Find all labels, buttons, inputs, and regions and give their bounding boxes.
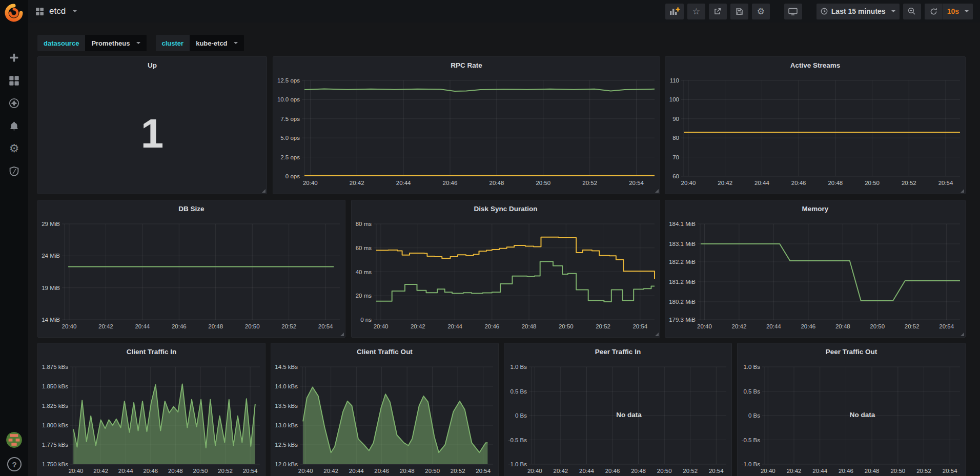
create-icon[interactable] [0, 47, 28, 68]
dashboard-settings-button[interactable]: ⚙ [752, 4, 770, 19]
svg-text:20:46: 20:46 [374, 468, 389, 474]
time-range-picker[interactable]: Last 15 minutes [816, 4, 900, 19]
graph-rpc-rate[interactable]: 0 ops2.5 ops5.0 ops7.5 ops10.0 ops12.5 o… [273, 57, 661, 195]
panel-title[interactable]: Disk Sync Duration [352, 200, 660, 217]
add-panel-button[interactable] [665, 4, 684, 19]
svg-text:20:48: 20:48 [400, 468, 415, 474]
panel-active-streams: Active Streams6070809010011020:4020:4220… [665, 56, 966, 194]
svg-text:20:54: 20:54 [632, 323, 647, 329]
svg-text:60 ms: 60 ms [356, 245, 372, 251]
panel-memory: Memory179.3 MiB180.2 MiB181.2 MiB182.2 M… [665, 200, 966, 338]
variable-value: Prometheus [91, 39, 130, 47]
graph-peer-traffic-out[interactable]: -1.0 Bs-0.5 Bs0 Bs0.5 Bs1.0 Bs20:4020:42… [738, 343, 966, 476]
svg-text:0.5 Bs: 0.5 Bs [510, 388, 527, 395]
refresh-button[interactable] [925, 4, 943, 19]
panel-db-size: DB Size14 MiB19 MiB24 MiB29 MiB20:4020:4… [37, 200, 345, 338]
user-avatar[interactable] [6, 432, 22, 448]
graph-disk-sync-duration[interactable]: 0 ns20 ms40 ms60 ms80 ms20:4020:4220:442… [352, 200, 661, 338]
svg-text:0 Bs: 0 Bs [748, 412, 760, 419]
svg-text:19 MiB: 19 MiB [42, 285, 60, 291]
svg-text:-0.5 Bs: -0.5 Bs [742, 437, 761, 443]
panel-title[interactable]: RPC Rate [273, 57, 660, 73]
svg-text:20:52: 20:52 [683, 468, 698, 474]
variable-value-dropdown[interactable]: Prometheus [85, 35, 146, 51]
panel-client-traffic-out: Client Traffic Out12.0 kBs12.5 kBs13.0 k… [271, 343, 499, 476]
graph-active-streams[interactable]: 6070809010011020:4020:4220:4420:4620:482… [665, 57, 966, 195]
variable-value-dropdown[interactable]: kube-etcd [190, 35, 243, 51]
refresh-picker: 10s [925, 4, 973, 19]
svg-text:60: 60 [672, 173, 679, 179]
panel-peer-traffic-out: Peer Traffic Out-1.0 Bs-0.5 Bs0 Bs0.5 Bs… [737, 343, 966, 476]
alerting-icon[interactable] [0, 116, 28, 136]
svg-text:20:52: 20:52 [451, 468, 465, 474]
svg-text:-0.5 Bs: -0.5 Bs [508, 437, 527, 443]
dashboards-icon[interactable] [0, 70, 28, 91]
svg-text:20:40: 20:40 [374, 323, 389, 329]
svg-text:20:42: 20:42 [411, 323, 425, 329]
graph-db-size[interactable]: 14 MiB19 MiB24 MiB29 MiB20:4020:4220:442… [38, 200, 346, 338]
svg-text:181.2 MiB: 181.2 MiB [669, 279, 696, 285]
svg-text:12.5 ops: 12.5 ops [277, 77, 300, 84]
svg-text:20:44: 20:44 [812, 468, 827, 474]
navbar: etcd ☆ ⚙ Last 15 minutes [28, 0, 980, 23]
svg-text:20:50: 20:50 [657, 468, 672, 474]
graph-memory[interactable]: 179.3 MiB180.2 MiB181.2 MiB182.2 MiB183.… [665, 200, 966, 338]
svg-text:7.5 ops: 7.5 ops [280, 116, 300, 122]
svg-text:40 ms: 40 ms [356, 269, 372, 275]
panel-title[interactable]: Active Streams [665, 57, 965, 73]
panel-title[interactable]: Up [38, 57, 267, 73]
grafana-logo[interactable] [5, 4, 23, 22]
share-button[interactable] [709, 4, 727, 19]
help-icon[interactable]: ? [7, 457, 22, 471]
panel-title[interactable]: DB Size [38, 200, 345, 217]
time-range-label: Last 15 minutes [831, 7, 886, 15]
panel-resize-handle[interactable] [655, 189, 659, 193]
svg-text:20:52: 20:52 [905, 323, 920, 329]
graph-peer-traffic-in[interactable]: -1.0 Bs-0.5 Bs0 Bs0.5 Bs1.0 Bs20:4020:42… [504, 343, 732, 476]
panel-resize-handle[interactable] [961, 189, 964, 193]
svg-text:110: 110 [670, 77, 679, 84]
graph-client-traffic-out[interactable]: 12.0 kBs12.5 kBs13.0 kBs13.5 kBs14.0 kBs… [271, 343, 499, 476]
svg-text:0 ns: 0 ns [360, 317, 372, 323]
svg-text:183.1 MiB: 183.1 MiB [669, 241, 696, 247]
svg-text:20:52: 20:52 [916, 468, 931, 474]
panel-title[interactable]: Memory [665, 200, 965, 217]
svg-text:20:48: 20:48 [168, 468, 183, 474]
panel-resize-handle[interactable] [340, 333, 344, 336]
svg-text:20:54: 20:54 [943, 468, 957, 474]
svg-text:20:48: 20:48 [865, 468, 880, 474]
panel-title[interactable]: Client Traffic Out [271, 343, 498, 360]
svg-text:80 ms: 80 ms [356, 221, 372, 227]
configuration-icon[interactable]: ⚙ [0, 138, 28, 159]
panel-title[interactable]: Client Traffic In [38, 343, 265, 360]
svg-text:12.0 kBs: 12.0 kBs [275, 461, 298, 467]
svg-text:1.0 Bs: 1.0 Bs [510, 364, 527, 370]
panel-resize-handle[interactable] [961, 333, 964, 336]
panel-title[interactable]: Peer Traffic In [504, 343, 731, 360]
settings-icon: ⚙ [757, 7, 765, 16]
mark-favorite-button[interactable]: ☆ [687, 4, 705, 19]
svg-text:20:46: 20:46 [443, 180, 458, 186]
panel-up: Up1 [37, 56, 267, 194]
svg-text:20:46: 20:46 [172, 323, 187, 329]
grafana-dashboard: ⚙ ? etcd ☆ ⚙ [0, 0, 980, 476]
refresh-interval-dropdown[interactable]: 10s [943, 4, 973, 19]
svg-text:-1.0 Bs: -1.0 Bs [508, 461, 527, 467]
graph-client-traffic-in[interactable]: 1.750 kBs1.775 kBs1.800 kBs1.825 kBs1.85… [38, 343, 266, 476]
panel-title[interactable]: Peer Traffic Out [738, 343, 965, 360]
panel-resize-handle[interactable] [262, 189, 266, 193]
panel-resize-handle[interactable] [655, 333, 659, 336]
svg-text:20:44: 20:44 [349, 468, 364, 474]
dashboard-picker[interactable]: etcd [35, 6, 77, 16]
zoom-out-button[interactable] [903, 4, 921, 19]
tv-mode-button[interactable] [784, 4, 802, 19]
save-button[interactable] [730, 4, 748, 19]
variable-value: kube-etcd [196, 39, 227, 47]
svg-text:20:46: 20:46 [605, 468, 620, 474]
explore-icon[interactable] [0, 93, 28, 113]
server-admin-icon[interactable] [0, 161, 28, 181]
svg-text:20:44: 20:44 [135, 323, 150, 329]
navbar-actions: ☆ ⚙ Last 15 minutes [665, 4, 973, 19]
share-icon [713, 7, 722, 15]
panel-client-traffic-in: Client Traffic In1.750 kBs1.775 kBs1.800… [37, 343, 266, 476]
